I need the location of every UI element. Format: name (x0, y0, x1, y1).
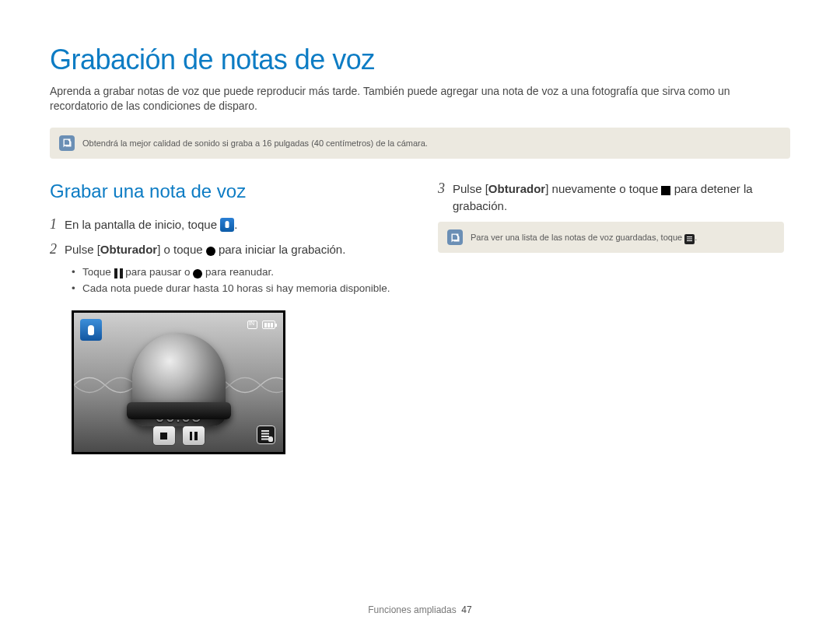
step-1-text-post: . (234, 218, 237, 231)
bullet-1: Toque para pausar o para reanudar. (72, 265, 402, 280)
microphone-button-icon (80, 319, 102, 341)
recordings-list-icon (257, 426, 275, 444)
status-icons (247, 321, 275, 329)
note-right-pre: Para ver una lista de las notas de voz g… (471, 233, 684, 242)
step-2-bold: Obturador (100, 243, 157, 256)
bullet-1-pre: Toque (82, 266, 114, 278)
note-icon (447, 229, 463, 245)
step-3-text-pre: Pulse [ (453, 182, 488, 195)
step-2-bullets: Toque para pausar o para reanudar. Cada … (72, 265, 402, 296)
step-2: 2 Pulse [Obturador] o toque para iniciar… (50, 241, 402, 258)
footer-page-number: 47 (461, 604, 471, 615)
bullet-1-post: para reanudar. (202, 266, 274, 278)
footer-section: Funciones ampliadas (368, 604, 456, 615)
page-footer: Funciones ampliadas 47 (0, 604, 840, 615)
step-2-text-mid: ] o toque (157, 243, 206, 256)
step-number: 2 (50, 241, 57, 258)
pause-button-icon (182, 426, 205, 446)
pause-icon (114, 268, 123, 278)
section-title: Grabar una nota de voz (50, 180, 402, 202)
stop-icon (661, 186, 670, 195)
step-3-text-mid: ] nuevamente o toque (545, 182, 661, 195)
microphone-app-icon (220, 218, 234, 232)
playback-controls (152, 426, 205, 446)
right-column: 3 Pulse [Obturador] nuevamente o toque p… (438, 180, 790, 275)
record-icon (193, 269, 202, 278)
page-title: Grabación de notas de voz (50, 44, 790, 76)
step-2-text-pre: Pulse [ (65, 243, 100, 256)
note-icon (59, 135, 75, 151)
memory-icon (247, 321, 257, 329)
list-icon (684, 234, 695, 244)
note-text-top: Obtendrá la mejor calidad de sonido si g… (82, 138, 428, 149)
bullet-1-mid: para pausar o (123, 266, 194, 278)
record-icon (206, 247, 215, 256)
left-column: Grabar una nota de voz 1 En la pantalla … (50, 180, 402, 454)
step-3: 3 Pulse [Obturador] nuevamente o toque p… (438, 180, 790, 215)
step-number: 1 (50, 216, 57, 233)
step-1-text-pre: En la pantalla de inicio, toque (65, 218, 220, 231)
stop-button-icon (152, 426, 176, 446)
step-3-bold: Obturador (488, 182, 545, 195)
step-2-text-post: para iniciar la grabación. (215, 243, 346, 256)
note-box-right: Para ver una lista de las notas de voz g… (438, 222, 784, 253)
note-right-post: . (695, 233, 697, 242)
microphone-base-icon (127, 402, 231, 419)
device-screenshot: 00:05 (72, 310, 285, 454)
note-box-top: Obtendrá la mejor calidad de sonido si g… (50, 128, 790, 159)
bullet-2: Cada nota puede durar hasta 10 horas si … (72, 282, 402, 296)
battery-icon (262, 321, 275, 329)
step-number: 3 (438, 180, 445, 215)
step-1: 1 En la pantalla de inicio, toque . (50, 216, 402, 233)
intro-paragraph: Aprenda a grabar notas de voz que puede … (50, 84, 790, 114)
